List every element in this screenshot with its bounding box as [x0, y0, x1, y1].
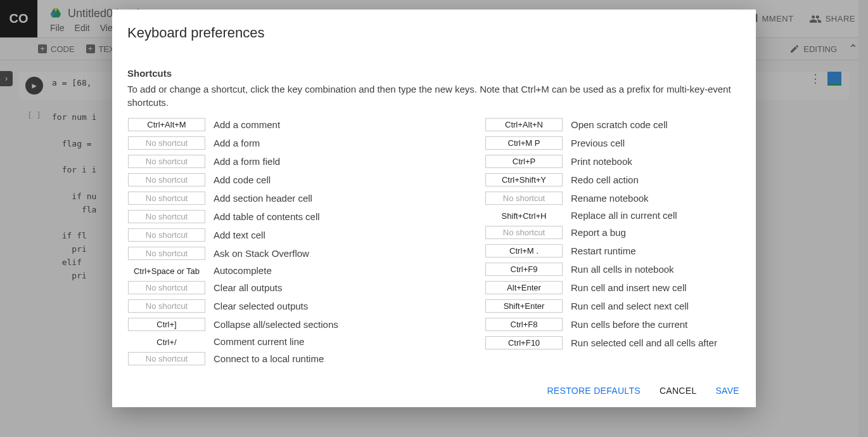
- shortcuts-column-right: Ctrl+Alt+NOpen scratch code cellCtrl+M P…: [485, 118, 741, 370]
- shortcut-key-input[interactable]: No shortcut: [128, 173, 205, 186]
- shortcut-label: Print notebook: [571, 156, 632, 167]
- cancel-button[interactable]: CANCEL: [660, 386, 697, 396]
- shortcut-key-input[interactable]: No shortcut: [128, 210, 205, 223]
- shortcut-label: Run cell and select next cell: [571, 301, 689, 311]
- shortcut-key-input[interactable]: Alt+Enter: [485, 281, 563, 294]
- shortcut-key-input[interactable]: Ctrl+M P: [485, 136, 563, 150]
- shortcut-key-input[interactable]: Shift+Enter: [485, 299, 563, 313]
- shortcut-key-wrap: No shortcut: [127, 136, 206, 150]
- shortcut-label: Replace all in current cell: [571, 210, 677, 221]
- dialog-footer: RESTORE DEFAULTS CANCEL SAVE: [112, 377, 756, 407]
- shortcut-key-input[interactable]: No shortcut: [128, 299, 205, 313]
- shortcut-key-input[interactable]: No shortcut: [128, 192, 205, 205]
- shortcut-row: No shortcutAdd table of contents cell: [127, 210, 383, 223]
- shortcut-row: No shortcutAdd a form field: [127, 155, 383, 168]
- shortcut-row: No shortcutAdd a form: [127, 136, 383, 150]
- shortcut-key-input[interactable]: Ctrl+F8: [485, 318, 563, 331]
- shortcut-row: No shortcutAsk on Stack Overflow: [127, 247, 383, 260]
- shortcut-key-wrap: Ctrl+M .: [485, 244, 563, 258]
- shortcut-row: No shortcutReport a bug: [485, 226, 741, 239]
- shortcut-key-wrap: No shortcut: [127, 173, 206, 186]
- shortcuts-columns: Ctrl+Alt+MAdd a commentNo shortcutAdd a …: [127, 118, 741, 370]
- shortcut-label: Open scratch code cell: [571, 119, 668, 130]
- shortcut-key-static: Ctrl+/: [128, 337, 205, 347]
- shortcut-key-wrap: No shortcut: [127, 281, 206, 294]
- shortcut-label: Run selected cell and all cells after: [571, 337, 717, 348]
- shortcut-key-wrap: No shortcut: [127, 192, 206, 205]
- shortcut-row: Ctrl+F8Run cells before the current: [485, 318, 741, 331]
- shortcut-row: Ctrl+PPrint notebook: [485, 155, 741, 168]
- shortcut-key-wrap: Ctrl+/: [127, 337, 206, 347]
- shortcut-key-wrap: Alt+Enter: [485, 281, 563, 294]
- shortcut-key-input[interactable]: Ctrl+P: [485, 155, 563, 168]
- shortcut-key-wrap: No shortcut: [485, 226, 563, 239]
- shortcut-key-input[interactable]: No shortcut: [128, 155, 205, 168]
- shortcut-label: Comment current line: [214, 336, 304, 347]
- restore-defaults-button[interactable]: RESTORE DEFAULTS: [547, 386, 640, 396]
- shortcut-row: Ctrl+Space or TabAutocomplete: [127, 265, 383, 276]
- shortcut-key-wrap: No shortcut: [485, 192, 563, 205]
- shortcut-key-input[interactable]: No shortcut: [485, 192, 563, 205]
- shortcut-key-wrap: Ctrl+Space or Tab: [127, 266, 206, 276]
- shortcut-row: Alt+EnterRun cell and insert new cell: [485, 281, 741, 294]
- shortcut-row: No shortcutAdd code cell: [127, 173, 383, 186]
- shortcut-key-input[interactable]: No shortcut: [128, 281, 205, 294]
- shortcut-key-input[interactable]: Ctrl+Shift+Y: [485, 173, 563, 186]
- shortcut-key-input[interactable]: Ctrl+F10: [485, 336, 563, 349]
- shortcut-row: Ctrl+Alt+MAdd a comment: [127, 118, 383, 131]
- shortcut-key-wrap: Ctrl+]: [127, 318, 206, 331]
- shortcut-label: Add a form field: [214, 156, 280, 167]
- shortcut-row: Ctrl+]Collapse all/selected sections: [127, 318, 383, 331]
- shortcut-key-input[interactable]: Ctrl+Alt+M: [128, 118, 205, 131]
- shortcut-row: No shortcutClear selected outputs: [127, 299, 383, 313]
- save-button[interactable]: SAVE: [715, 386, 739, 396]
- shortcut-key-wrap: No shortcut: [127, 210, 206, 223]
- shortcut-label: Collapse all/selected sections: [214, 319, 338, 330]
- shortcut-key-input[interactable]: Ctrl+Alt+N: [485, 118, 563, 131]
- shortcut-key-wrap: Ctrl+Alt+M: [127, 118, 206, 131]
- shortcut-row: Ctrl+Alt+NOpen scratch code cell: [485, 118, 741, 131]
- shortcut-key-wrap: Ctrl+M P: [485, 136, 563, 150]
- shortcut-key-static: Shift+Ctrl+H: [485, 211, 563, 221]
- shortcut-key-input[interactable]: No shortcut: [485, 226, 563, 239]
- shortcut-key-input[interactable]: Ctrl+]: [128, 318, 205, 331]
- shortcut-label: Rename notebook: [571, 193, 649, 204]
- shortcut-label: Ask on Stack Overflow: [214, 248, 309, 259]
- dialog-body[interactable]: Keyboard preferences Shortcuts To add or…: [112, 10, 756, 377]
- shortcut-row: No shortcutAdd text cell: [127, 228, 383, 242]
- shortcut-row: Shift+EnterRun cell and select next cell: [485, 299, 741, 313]
- shortcut-label: Report a bug: [571, 227, 626, 238]
- shortcut-label: Add code cell: [214, 174, 271, 185]
- shortcut-label: Clear selected outputs: [214, 301, 308, 311]
- shortcut-key-wrap: Ctrl+P: [485, 155, 563, 168]
- shortcut-key-input[interactable]: No shortcut: [128, 136, 205, 150]
- shortcut-key-input[interactable]: Ctrl+F9: [485, 263, 563, 276]
- shortcut-key-wrap: Ctrl+Alt+N: [485, 118, 563, 131]
- shortcut-key-input[interactable]: No shortcut: [128, 352, 205, 365]
- shortcut-key-input[interactable]: Ctrl+M .: [485, 244, 563, 258]
- shortcut-key-wrap: Ctrl+F9: [485, 263, 563, 276]
- shortcut-label: Add a form: [214, 138, 260, 148]
- shortcut-label: Redo cell action: [571, 174, 639, 185]
- shortcut-label: Run cells before the current: [571, 319, 687, 330]
- shortcut-row: No shortcutAdd section header cell: [127, 192, 383, 205]
- modal-overlay: Keyboard preferences Shortcuts To add or…: [0, 0, 868, 437]
- shortcut-key-input[interactable]: No shortcut: [128, 228, 205, 242]
- shortcut-key-static: Ctrl+Space or Tab: [128, 266, 205, 276]
- shortcut-key-wrap: Shift+Ctrl+H: [485, 211, 563, 221]
- shortcut-label: Previous cell: [571, 138, 625, 148]
- shortcut-key-wrap: No shortcut: [127, 352, 206, 365]
- shortcut-key-wrap: No shortcut: [127, 299, 206, 313]
- shortcut-label: Add text cell: [214, 230, 265, 240]
- shortcut-key-wrap: Shift+Enter: [485, 299, 563, 313]
- shortcut-key-wrap: Ctrl+Shift+Y: [485, 173, 563, 186]
- shortcut-label: Restart runtime: [571, 245, 636, 256]
- shortcuts-column-left: Ctrl+Alt+MAdd a commentNo shortcutAdd a …: [127, 118, 383, 370]
- section-title: Shortcuts: [127, 68, 741, 79]
- shortcut-label: Connect to a local runtime: [214, 353, 324, 364]
- shortcut-label: Clear all outputs: [214, 282, 282, 293]
- shortcut-key-wrap: No shortcut: [127, 247, 206, 260]
- shortcut-row: Shift+Ctrl+HReplace all in current cell: [485, 210, 741, 221]
- shortcut-row: Ctrl+/Comment current line: [127, 336, 383, 347]
- shortcut-key-input[interactable]: No shortcut: [128, 247, 205, 260]
